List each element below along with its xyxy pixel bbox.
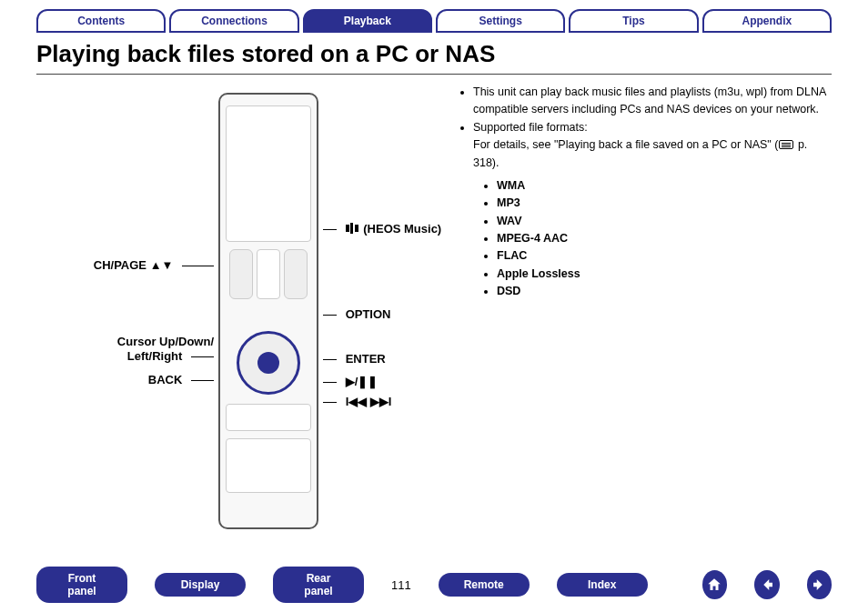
arrow-left-icon bbox=[759, 577, 775, 593]
callout-enter: ENTER bbox=[323, 352, 386, 366]
bullet-formats-intro: Supported file formats: For details, see… bbox=[473, 119, 832, 172]
remote-lower-buttons bbox=[226, 438, 311, 493]
remote-volume-rocker bbox=[284, 249, 308, 299]
tab-settings[interactable]: Settings bbox=[436, 9, 565, 33]
format-item: MPEG-4 AAC bbox=[497, 230, 832, 247]
remote-ch-page-rocker bbox=[229, 249, 253, 299]
callout-cursor-label1: Cursor Up/Down/ bbox=[117, 335, 214, 348]
remote-dpad-enter bbox=[237, 331, 300, 395]
description-column: This unit can play back music files and … bbox=[455, 84, 832, 538]
format-item: FLAC bbox=[497, 247, 832, 265]
nav-home-button[interactable] bbox=[702, 570, 727, 599]
footer-remote-button[interactable]: Remote bbox=[439, 573, 530, 597]
nav-next-button[interactable] bbox=[807, 570, 832, 599]
arrow-right-icon bbox=[811, 577, 827, 593]
callout-back-label: BACK bbox=[148, 373, 183, 386]
page-reference-icon bbox=[779, 140, 793, 149]
format-item: WMA bbox=[497, 177, 832, 195]
callout-cursor: Cursor Up/Down/ Left/Right bbox=[36, 335, 214, 363]
remote-center-column bbox=[257, 249, 280, 299]
bullet-formats-line1: Supported file formats: bbox=[473, 121, 588, 134]
callout-ch-page: CH/PAGE ▲▼ bbox=[36, 258, 214, 272]
footer-front-panel-button[interactable]: Front panel bbox=[36, 567, 127, 603]
callout-play-pause-label: ▶/❚❚ bbox=[346, 375, 378, 388]
tab-connections[interactable]: Connections bbox=[169, 9, 298, 33]
footer-rear-panel-button[interactable]: Rear panel bbox=[273, 567, 364, 603]
format-item: MP3 bbox=[497, 195, 832, 212]
format-item: DSD bbox=[497, 283, 832, 300]
page-title: Playing back files stored on a PC or NAS bbox=[36, 40, 832, 75]
tab-contents[interactable]: Contents bbox=[36, 9, 166, 33]
footer-display-button[interactable]: Display bbox=[155, 573, 246, 597]
nav-prev-button[interactable] bbox=[754, 570, 779, 599]
callout-heos-label: (HEOS Music) bbox=[363, 222, 441, 236]
format-item: WAV bbox=[497, 213, 832, 230]
callout-ch-page-label: CH/PAGE ▲▼ bbox=[94, 258, 174, 272]
home-icon bbox=[706, 577, 722, 593]
callout-cursor-label2: Left/Right bbox=[127, 349, 183, 363]
callout-option: OPTION bbox=[323, 307, 390, 321]
page-number: 111 bbox=[391, 578, 411, 592]
callout-play-pause: ▶/❚❚ bbox=[323, 375, 378, 388]
tab-appendix[interactable]: Appendix bbox=[702, 9, 832, 33]
footer: Front panel Display Rear panel 111 Remot… bbox=[0, 567, 868, 603]
remote-outline bbox=[218, 93, 318, 529]
format-item: Apple Lossless bbox=[497, 266, 832, 283]
callout-heos: (HEOS Music) bbox=[323, 222, 441, 236]
callout-skip-label: I◀◀ ▶▶I bbox=[346, 395, 392, 408]
bullet-formats-line2a: For details, see "Playing back a file sa… bbox=[473, 138, 778, 151]
remote-transport-row bbox=[226, 404, 311, 431]
remote-diagram-area: CH/PAGE ▲▼ Cursor Up/Down/ Left/Right BA… bbox=[36, 84, 437, 538]
top-tabs: Contents Connections Playback Settings T… bbox=[0, 0, 868, 33]
callout-enter-label: ENTER bbox=[346, 352, 386, 366]
tab-tips[interactable]: Tips bbox=[569, 9, 698, 33]
remote-upper-buttons bbox=[226, 105, 311, 242]
callout-option-label: OPTION bbox=[346, 307, 391, 321]
tab-playback[interactable]: Playback bbox=[303, 9, 432, 33]
callout-skip: I◀◀ ▶▶I bbox=[323, 395, 391, 408]
footer-index-button[interactable]: Index bbox=[557, 573, 648, 597]
heos-icon bbox=[346, 222, 358, 235]
bullet-dlna: This unit can play back music files and … bbox=[473, 84, 832, 119]
callout-back: BACK bbox=[36, 373, 214, 386]
